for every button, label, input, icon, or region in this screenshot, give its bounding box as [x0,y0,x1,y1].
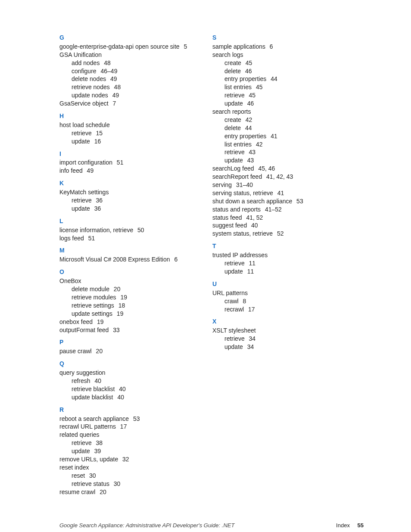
index-subentry[interactable]: retrieve modules 19 [59,293,212,302]
index-entry[interactable]: searchReport feed 41, 42, 43 [212,173,363,181]
index-subentry[interactable]: crawl 8 [212,297,363,305]
index-entry-text: list entries [224,141,252,148]
index-entry-page: 36 [93,205,101,212]
index-entry-page: 17 [246,306,255,313]
index-subentry[interactable]: update 34 [212,343,363,351]
index-entry[interactable]: trusted IP addresses [212,251,363,259]
index-letter: U [212,280,363,288]
index-subentry[interactable]: add nodes 48 [59,59,212,67]
index-entry-text: refresh [72,377,90,384]
index-entry[interactable]: pause crawl 20 [59,347,212,355]
index-subentry[interactable]: retrieve 36 [59,196,212,205]
index-entry-page: 19 [119,294,127,301]
index-subentry[interactable]: retrieve 43 [212,148,363,156]
index-entry[interactable]: search logs [212,51,363,59]
index-letter: S [212,34,363,42]
index-entry[interactable]: import configuration 51 [59,159,212,167]
index-entry-text: import configuration [59,159,112,166]
index-entry[interactable]: host load schedule [59,121,212,129]
index-entry[interactable]: serving status, retrieve 41 [212,189,363,197]
index-subentry[interactable]: retrieve 38 [59,439,212,447]
index-subentry[interactable]: delete 46 [212,67,363,75]
index-entry[interactable]: URL patterns [212,289,363,297]
index-entry[interactable]: status and reports 41–52 [212,205,363,214]
index-subentry[interactable]: update blacklist 40 [59,393,212,401]
index-entry[interactable]: KeyMatch settings [59,188,212,196]
index-entry-text: retrieve blacklist [72,386,115,392]
index-entry-text: delete module [72,286,109,292]
index-subentry[interactable]: retrieve 34 [212,335,363,343]
index-entry[interactable]: GSA Unification [59,51,212,59]
footer-doc-title: Google Search Appliance: Administrative … [59,522,234,529]
index-subentry[interactable]: retrieve 11 [212,259,363,268]
index-entry-text: configure [72,68,97,75]
index-subentry[interactable]: update 43 [212,156,363,165]
index-entry[interactable]: serving 31–40 [212,181,363,189]
index-subentry[interactable]: retrieve settings 18 [59,302,212,310]
index-subentry[interactable]: entry properties 44 [212,75,363,83]
index-entry[interactable]: shut down a search appliance 53 [212,197,363,205]
index-subentry[interactable]: list entries 42 [212,140,363,149]
index-subentry[interactable]: reset 30 [59,472,212,480]
index-letter: I [59,150,212,158]
index-subentry[interactable]: delete module 20 [59,285,212,293]
index-entry[interactable]: outputFormat feed 33 [59,326,212,334]
index-subentry[interactable]: update 11 [212,268,363,276]
index-subentry[interactable]: entry properties 41 [212,132,363,140]
index-entry-page: 45 [244,59,252,66]
index-entry-text: retrieve modules [72,294,116,301]
index-subentry[interactable]: delete 44 [212,124,363,132]
index-subentry[interactable]: update settings 19 [59,310,212,318]
index-subentry[interactable]: recrawl 17 [212,305,363,314]
index-entry[interactable]: suggest feed 40 [212,221,363,230]
index-subentry[interactable]: retrieve status 30 [59,480,212,488]
index-entry[interactable]: related queries [59,431,212,439]
index-subentry[interactable]: retrieve nodes 48 [59,83,212,91]
index-subentry[interactable]: retrieve blacklist 40 [59,385,212,393]
index-entry[interactable]: recrawl URL patterns 17 [59,423,212,431]
index-entry-page: 30 [112,480,120,487]
index-entry-page: 40 [249,222,258,229]
index-subentry[interactable]: update 46 [212,100,363,108]
index-subentry[interactable]: update 16 [59,137,212,146]
index-entry[interactable]: system status, retrieve 52 [212,230,363,238]
index-entry[interactable]: onebox feed 19 [59,318,212,326]
index-entry[interactable]: GsaService object 7 [59,100,212,108]
index-subentry[interactable]: retrieve 15 [59,129,212,137]
index-entry-text: XSLT stylesheet [212,327,256,334]
index-entry[interactable]: status feed 41, 52 [212,214,363,222]
index-subentry[interactable]: update 36 [59,205,212,213]
index-entry-page: 31–40 [234,181,253,188]
index-subentry[interactable]: refresh 40 [59,377,212,385]
index-letter: L [59,217,212,225]
index-entry[interactable]: info feed 49 [59,167,212,175]
index-entry[interactable]: logs feed 51 [59,234,212,243]
index-entry[interactable]: query suggestion [59,369,212,377]
index-entry[interactable]: reboot a search appliance 53 [59,415,212,423]
index-entry[interactable]: remove URLs, update 32 [59,455,212,464]
index-subentry[interactable]: delete nodes 49 [59,75,212,83]
index-entry[interactable]: search reports [212,108,363,116]
index-subentry[interactable]: update nodes 49 [59,91,212,100]
index-entry[interactable]: reset index [59,464,212,472]
index-entry[interactable]: google-enterprise-gdata-api open source … [59,43,212,51]
index-entry[interactable]: OneBox [59,277,212,285]
index-entry[interactable]: XSLT stylesheet [212,327,363,335]
index-entry[interactable]: sample applications 6 [212,43,363,51]
index-subentry[interactable]: create 42 [212,116,363,124]
index-subentry[interactable]: configure 46–49 [59,67,212,75]
index-entry[interactable]: resume crawl 20 [59,488,212,496]
index-entry-text: info feed [59,167,83,174]
index-subentry[interactable]: create 45 [212,59,363,67]
index-entry-page: 44 [243,124,252,131]
index-subentry[interactable]: retrieve 45 [212,91,363,100]
index-letter: H [59,112,212,120]
index-subentry[interactable]: list entries 45 [212,83,363,91]
index-subentry[interactable]: update 39 [59,447,212,455]
index-entry-page: 39 [93,448,101,454]
index-letter: Q [59,360,212,368]
index-entry[interactable]: searchLog feed 45, 46 [212,165,363,173]
index-entry-page: 19 [115,310,123,317]
index-entry[interactable]: Microsoft Visual C# 2008 Express Edition… [59,255,212,264]
index-entry[interactable]: license information, retrieve 50 [59,226,212,234]
